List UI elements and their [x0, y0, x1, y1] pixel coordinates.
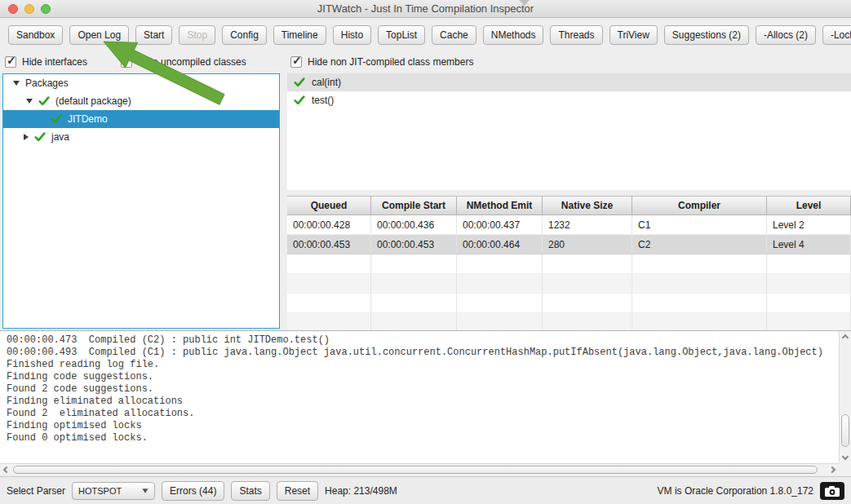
member-item-test[interactable]: test() [287, 91, 851, 109]
log-line: 00:00:00.493 Compiled (C1) : public java… [7, 347, 835, 359]
table-empty-row [287, 254, 851, 274]
collapse-arrow-icon[interactable] [13, 81, 20, 86]
horizontal-scrollbar[interactable] [0, 463, 839, 475]
checkbox-box: ✓ [5, 56, 16, 68]
triview-button[interactable]: TriView [609, 25, 658, 45]
screenshot-button[interactable] [820, 482, 844, 500]
tree-item-packages[interactable]: Packages [3, 74, 279, 92]
log-line: Finished reading log file. [7, 359, 835, 371]
table-row[interactable]: 00:00:00.453 00:00:00.453 00:00:00.464 2… [287, 235, 851, 254]
stop-button: Stop [179, 25, 215, 45]
scroll-up-icon[interactable] [842, 334, 849, 341]
table-row[interactable]: 00:00:00.428 00:00:00.436 00:00:00.437 1… [287, 215, 851, 235]
table-cell: 00:00:00.436 [371, 215, 457, 234]
open-log-button[interactable]: Open Log [69, 25, 129, 45]
config-button[interactable]: Config [222, 25, 267, 45]
log-line: Found 0 optimised locks. [7, 432, 835, 444]
compilation-table: Queued Compile Start NMethod Emit Native… [287, 196, 851, 330]
expand-arrow-icon[interactable] [24, 134, 29, 140]
table-empty-row [287, 274, 851, 294]
table-cell: 00:00:00.428 [287, 215, 371, 234]
column-header-compile-start[interactable]: Compile Start [371, 197, 457, 214]
collapse-arrow-icon[interactable] [26, 99, 33, 104]
suggestions-button[interactable]: Suggestions (2) [664, 25, 749, 45]
timeline-button[interactable]: Timeline [273, 25, 326, 45]
table-cell: Level 2 [767, 215, 851, 234]
cache-button[interactable]: Cache [432, 25, 476, 45]
scroll-left-icon[interactable] [3, 466, 10, 473]
tree-item-jitdemo[interactable]: JITDemo [3, 110, 279, 128]
title-bar: JITWatch - Just In Time Compilation Insp… [0, 0, 851, 18]
package-tree: Packages (default package) JITDemo java [2, 73, 280, 329]
hide-uncompiled-label: Hide uncompiled classes [138, 56, 246, 68]
hide-non-jit-checkbox[interactable]: ✓ Hide non JIT-compiled class members [290, 56, 473, 68]
table-cell: 1232 [543, 215, 632, 234]
member-label: cal(int) [312, 77, 341, 88]
column-header-compiler[interactable]: Compiler [632, 197, 767, 214]
threads-button[interactable]: Threads [550, 25, 602, 45]
histo-button[interactable]: Histo [333, 25, 371, 45]
checkbox-box: ✓ [290, 56, 302, 68]
compiled-tick-icon [294, 77, 305, 88]
column-header-level[interactable]: Level [767, 197, 851, 214]
check-icon: ✓ [122, 54, 132, 67]
log-line: Finding eliminated allocations [7, 396, 835, 408]
member-label: test() [312, 95, 334, 106]
table-cell: 00:00:00.453 [371, 235, 457, 254]
minimize-button[interactable] [24, 4, 34, 14]
vertical-scrollbar[interactable] [839, 331, 851, 463]
check-icon: ✓ [7, 54, 16, 67]
tree-item-label: Packages [25, 77, 69, 89]
tree-item-label: JITDemo [68, 113, 108, 125]
tree-item-default-package[interactable]: (default package) [3, 92, 279, 110]
chevron-down-icon [142, 489, 148, 493]
table-cell: Level 4 [767, 235, 851, 254]
compiled-tick-icon [51, 113, 62, 125]
vertical-scroll-thumb[interactable] [841, 414, 849, 447]
hide-interfaces-checkbox[interactable]: ✓ Hide interfaces [5, 56, 87, 68]
zoom-button[interactable] [41, 4, 51, 14]
reset-button[interactable]: Reset [277, 481, 318, 501]
main-area: ✓ Hide interfaces ✓ Hide uncompiled clas… [0, 51, 851, 330]
column-header-nmethod-emit[interactable]: NMethod Emit [457, 197, 543, 214]
errors-button[interactable]: Errors (44) [162, 481, 224, 501]
compiled-tick-icon [34, 131, 46, 143]
log-output-area[interactable]: 00:00:00.473 Compiled (C2) : public int … [0, 330, 851, 463]
scroll-down-icon[interactable] [842, 453, 849, 460]
column-header-native-size[interactable]: Native Size [543, 197, 632, 214]
hide-uncompiled-checkbox[interactable]: ✓ Hide uncompiled classes [121, 56, 246, 68]
toplist-button[interactable]: TopList [378, 25, 425, 45]
select-parser-label: Select Parser [7, 485, 65, 497]
member-item-cal[interactable]: cal(int) [287, 73, 851, 91]
locks-button[interactable]: -Locks (0) [822, 25, 851, 45]
nmethods-button[interactable]: NMethods [483, 25, 544, 45]
column-header-queued[interactable]: Queued [287, 197, 371, 214]
scroll-right-icon[interactable] [829, 466, 835, 473]
parser-select[interactable]: HOTSPOT [72, 482, 155, 500]
log-line: 00:00:00.473 Compiled (C2) : public int … [7, 334, 835, 347]
window-title: JITWatch - Just In Time Compilation Insp… [0, 0, 851, 17]
stats-button[interactable]: Stats [231, 481, 269, 501]
camera-icon [825, 485, 840, 497]
table-cell: 00:00:00.464 [457, 235, 543, 254]
table-cell: 280 [543, 235, 632, 254]
heap-usage-label: Heap: 213/498M [325, 485, 397, 497]
log-text: 00:00:00.473 Compiled (C2) : public int … [7, 334, 835, 444]
table-cell: C1 [632, 215, 767, 234]
tree-item-label: java [51, 131, 69, 143]
start-button[interactable]: Start [135, 25, 172, 45]
close-button[interactable] [8, 4, 18, 14]
allocs-button[interactable]: -Allocs (2) [756, 25, 816, 45]
compiled-tick-icon [294, 95, 305, 106]
log-line: Found 2 code suggestions. [7, 383, 835, 396]
tree-item-java[interactable]: java [3, 128, 279, 146]
table-header-row: Queued Compile Start NMethod Emit Native… [287, 197, 851, 215]
sandbox-button[interactable]: Sandbox [8, 25, 63, 45]
jitwatch-window: JITWatch - Just In Time Compilation Insp… [0, 0, 851, 504]
compiled-tick-icon [38, 95, 50, 107]
tree-item-label: (default package) [55, 95, 131, 107]
log-line: Finding optimised locks [7, 420, 835, 432]
check-icon: ✓ [292, 54, 302, 67]
vm-info-label: VM is Oracle Corporation 1.8.0_172 [658, 485, 813, 497]
horizontal-scroll-thumb[interactable] [13, 466, 818, 474]
